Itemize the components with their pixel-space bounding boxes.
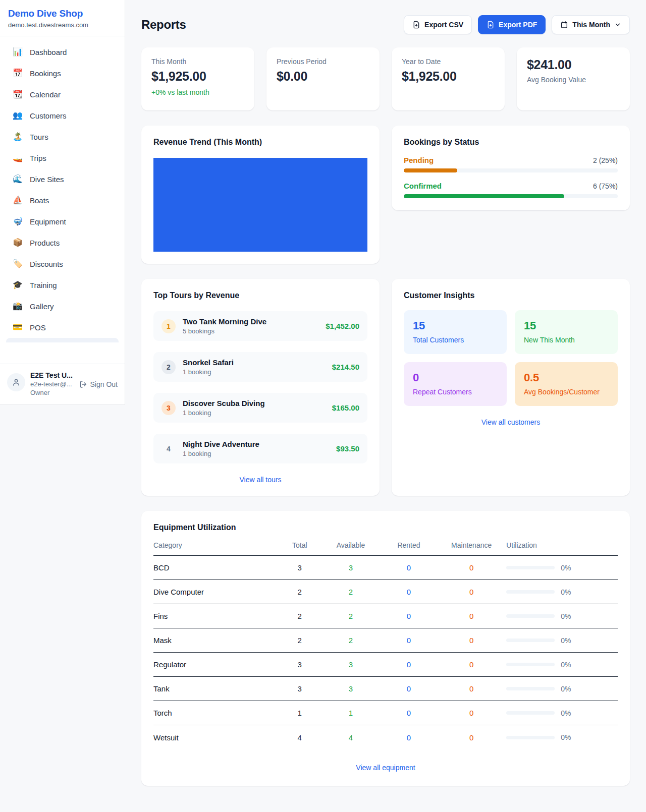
utilization-bar <box>506 687 555 690</box>
tour-bookings: 1 booking <box>183 368 325 376</box>
sidebar-item-dashboard[interactable]: 📊 Dashboard <box>6 41 119 63</box>
export-pdf-button[interactable]: Export PDF <box>478 15 546 34</box>
tile-label: Avg Bookings/Customer <box>524 388 609 396</box>
tour-row: 1 Two Tank Morning Dive 5 bookings $1,45… <box>153 311 367 341</box>
user-role: Owner <box>30 389 74 396</box>
tile-value: 0 <box>413 371 498 384</box>
sidebar-item-training[interactable]: 🎓 Training <box>6 274 119 296</box>
export-csv-label: Export CSV <box>424 21 463 29</box>
utilization-percent: 0% <box>561 733 571 741</box>
chevron-down-icon <box>614 21 621 28</box>
export-csv-button[interactable]: Export CSV <box>404 15 472 34</box>
graduation-cap-icon: 🎓 <box>12 281 23 289</box>
utilization-percent: 0% <box>561 564 571 572</box>
table-row: Tank 3 3 0 0 0% <box>153 677 618 701</box>
panel-title: Revenue Trend (This Month) <box>153 138 367 147</box>
utilization-percent: 0% <box>561 588 571 596</box>
tour-name: Night Dive Adventure <box>183 440 329 448</box>
equipment-utilization: 0% <box>506 733 618 741</box>
equipment-total: 3 <box>279 563 320 572</box>
charts-row: Revenue Trend (This Month) Bookings by S… <box>141 126 630 264</box>
table-row: Regulator 3 3 0 0 0% <box>153 653 618 677</box>
main-content: Reports Export CSV Export PDF This Month… <box>125 0 646 812</box>
equipment-maintenance: 0 <box>437 733 506 742</box>
person-icon <box>12 378 21 387</box>
tour-revenue: $214.50 <box>332 363 359 371</box>
column-header: Category <box>153 541 279 555</box>
brand-block: Demo Dive Shop demo.test.divestreams.com <box>0 0 125 36</box>
utilization-percent: 0% <box>561 685 571 693</box>
table-row: Torch 1 1 0 0 0% <box>153 701 618 725</box>
sidebar-item-label: Gallery <box>30 302 54 311</box>
bar-chart-icon: 📊 <box>12 48 23 56</box>
insight-tile-new-this-month: 15 New This Month <box>515 310 618 354</box>
progress-track <box>404 194 618 198</box>
utilization-bar <box>506 711 555 715</box>
sidebar-item-dive-sites[interactable]: 🌊 Dive Sites <box>6 168 119 190</box>
equipment-utilization: 0% <box>506 588 618 596</box>
sidebar-item-calendar[interactable]: 📆 Calendar <box>6 84 119 105</box>
sidebar-item-discounts[interactable]: 🏷️ Discounts <box>6 253 119 274</box>
panel-title: Customer Insights <box>404 291 618 300</box>
view-all-customers-link[interactable]: View all customers <box>404 418 618 426</box>
tile-label: New This Month <box>524 336 609 344</box>
sign-out-button[interactable]: Sign Out <box>79 380 118 388</box>
equipment-maintenance: 0 <box>437 612 506 620</box>
equipment-total: 1 <box>279 709 320 717</box>
equipment-utilization-panel: Equipment Utilization Category Total Ava… <box>141 511 630 786</box>
wave-icon: 🌊 <box>12 175 23 183</box>
calendar-icon: 📅 <box>12 69 23 77</box>
sidebar-item-label: Tours <box>30 133 48 141</box>
file-download-icon <box>487 21 495 29</box>
file-download-icon <box>412 21 420 29</box>
sidebar-item-label: Bookings <box>30 69 61 78</box>
table-row: Mask 2 2 0 0 0% <box>153 628 618 653</box>
equipment-total: 2 <box>279 588 320 596</box>
equipment-category: Wetsuit <box>153 733 279 742</box>
tour-name: Two Tank Morning Dive <box>183 317 318 326</box>
sidebar-nav: 📊 Dashboard 📅 Bookings 📆 Calendar 👥 Cust… <box>0 36 125 364</box>
utilization-percent: 0% <box>561 661 571 669</box>
equipment-maintenance: 0 <box>437 660 506 669</box>
view-all-equipment-link[interactable]: View all equipment <box>153 764 618 772</box>
utilization-percent: 0% <box>561 612 571 620</box>
user-meta: E2E Test U... e2e-tester@... Owner <box>30 371 74 396</box>
camera-icon: 📸 <box>12 302 23 310</box>
column-header: Maintenance <box>437 541 506 555</box>
stat-label: Year to Date <box>402 57 495 66</box>
sidebar-item-bookings[interactable]: 📅 Bookings <box>6 63 119 84</box>
tear-off-calendar-icon: 📆 <box>12 90 23 98</box>
view-all-tours-link[interactable]: View all tours <box>153 476 367 484</box>
stat-card-previous-period: Previous Period $0.00 <box>266 47 380 110</box>
top-tours-panel: Top Tours by Revenue 1 Two Tank Morning … <box>141 279 380 496</box>
sidebar-item-reports-partial[interactable] <box>6 338 119 342</box>
sidebar-item-boats[interactable]: ⛵ Boats <box>6 190 119 211</box>
equipment-utilization: 0% <box>506 612 618 620</box>
sidebar-item-trips[interactable]: 🚤 Trips <box>6 147 119 168</box>
equipment-rented: 0 <box>381 660 437 669</box>
progress-fill <box>404 168 457 172</box>
tour-bookings: 5 bookings <box>183 327 318 335</box>
sidebar-item-gallery[interactable]: 📸 Gallery <box>6 296 119 317</box>
sidebar-item-tours[interactable]: 🏝️ Tours <box>6 126 119 147</box>
equipment-utilization: 0% <box>506 636 618 645</box>
header-actions: Export CSV Export PDF This Month <box>404 15 630 34</box>
tour-row: 3 Discover Scuba Diving 1 booking $165.0… <box>153 393 367 423</box>
shop-domain: demo.test.divestreams.com <box>8 21 117 29</box>
stat-card-year-to-date: Year to Date $1,925.00 <box>392 47 505 110</box>
tour-revenue: $1,452.00 <box>326 322 359 330</box>
stat-label: Previous Period <box>277 57 369 66</box>
customer-insights-panel: Customer Insights 15 Total Customers 15 … <box>392 279 630 496</box>
equipment-utilization: 0% <box>506 661 618 669</box>
sidebar-item-pos[interactable]: 💳 POS <box>6 317 119 338</box>
table-row: Dive Computer 2 2 0 0 0% <box>153 580 618 604</box>
sidebar-item-equipment[interactable]: 🤿 Equipment <box>6 211 119 232</box>
equipment-utilization: 0% <box>506 564 618 572</box>
equipment-available: 2 <box>320 612 381 620</box>
sidebar-item-products[interactable]: 📦 Products <box>6 232 119 253</box>
tag-icon: 🏷️ <box>12 260 23 268</box>
sidebar-item-customers[interactable]: 👥 Customers <box>6 105 119 126</box>
rank-badge: 3 <box>162 401 176 415</box>
period-dropdown[interactable]: This Month <box>552 15 630 34</box>
panel-title: Bookings by Status <box>404 138 618 147</box>
